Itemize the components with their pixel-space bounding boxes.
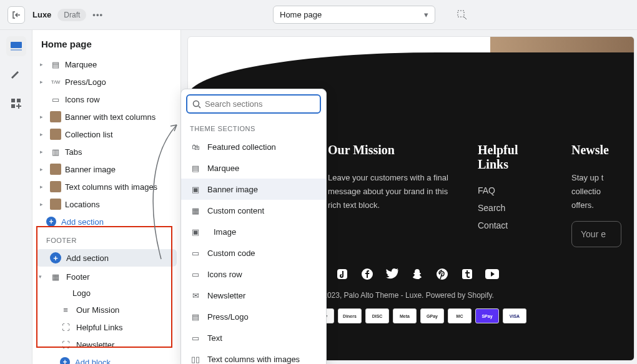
plus-icon: + xyxy=(46,217,56,227)
email-input[interactable]: Your e xyxy=(571,221,621,247)
footer-block-item[interactable]: Logo xyxy=(32,285,180,301)
image-icon: ▣ xyxy=(190,226,201,237)
tiktok-icon[interactable] xyxy=(334,266,350,282)
sections-icon xyxy=(11,42,22,51)
tree-item[interactable]: ▸Banner with text columns xyxy=(32,108,180,125)
payment-badge: Diners xyxy=(338,308,362,323)
svg-rect-2 xyxy=(11,49,22,51)
custom-icon: ▦ xyxy=(190,205,201,216)
tree-item[interactable]: ▸Banner image xyxy=(32,160,180,178)
footer-section-item[interactable]: ▾ ▦ Footer xyxy=(32,268,180,285)
icons-row-icon: ▭ xyxy=(50,94,61,105)
footer-block-item[interactable]: ⛶Helpful Links xyxy=(32,318,180,336)
payment-badge: SPay xyxy=(475,308,499,323)
marquee-icon: ▤ xyxy=(50,59,61,70)
icons-row-icon: ▭ xyxy=(190,268,201,280)
payment-badge: VISA xyxy=(503,308,526,323)
page-selector[interactable]: Home page ▾ xyxy=(273,6,435,24)
thumb-icon xyxy=(50,111,61,122)
svg-rect-3 xyxy=(11,99,15,102)
youtube-icon[interactable] xyxy=(484,266,500,282)
snapchat-icon[interactable] xyxy=(409,266,425,282)
dropdown-item[interactable]: ▭Text xyxy=(181,327,326,348)
section-picker-dropdown: THEME SECTIONS 🛍Featured collection ▤Mar… xyxy=(180,89,327,364)
dropdown-item[interactable]: ▭Custom code xyxy=(181,242,326,263)
dropdown-item[interactable]: ▣Banner image xyxy=(181,179,326,200)
sidebar-title: Home page xyxy=(32,30,180,56)
rail-apps[interactable] xyxy=(6,94,26,114)
thumb-icon xyxy=(50,164,61,175)
section-tree: ▸▤Marquee ▸T/WPress/Logo ▭Icons row ▸Ban… xyxy=(32,56,180,364)
facebook-icon[interactable] xyxy=(359,266,375,282)
mail-icon: ✉ xyxy=(190,290,201,301)
thumb-icon xyxy=(50,181,61,192)
payment-badge: GPay xyxy=(420,308,444,323)
rail-sections[interactable] xyxy=(6,36,26,56)
twitter-icon[interactable] xyxy=(384,266,400,282)
footer-heading: Newsle xyxy=(571,143,621,157)
image-icon: ▣ xyxy=(190,184,201,195)
dropdown-group-heading: THEME SECTIONS xyxy=(181,119,326,136)
press-icon: ▤ xyxy=(190,311,201,322)
thumb-icon xyxy=(50,199,61,210)
add-block-button[interactable]: + Add block xyxy=(32,353,180,364)
status-badge[interactable]: Draft xyxy=(57,9,86,21)
dropdown-item[interactable]: 🛍Featured collection xyxy=(181,136,326,157)
svg-point-14 xyxy=(194,101,199,106)
footer-link[interactable]: Contact xyxy=(478,220,546,230)
footer-text: Leave your customers with a final messag… xyxy=(328,171,453,212)
tabs-icon: ▥ xyxy=(50,146,61,157)
footer-heading: Our Mission xyxy=(328,143,453,157)
payment-badge: DISC xyxy=(365,308,389,323)
more-menu[interactable]: ••• xyxy=(92,10,103,19)
dropdown-item[interactable]: ▦Custom content xyxy=(181,200,326,221)
tree-item[interactable]: ▭Icons row xyxy=(32,91,180,108)
payment-badge: Meta xyxy=(393,308,417,323)
text-icon: ≡ xyxy=(60,304,71,315)
add-section-button[interactable]: + Add section xyxy=(32,213,180,230)
tree-item[interactable]: ▸Locations xyxy=(32,195,180,213)
pinterest-icon[interactable] xyxy=(434,266,450,282)
marquee-icon: ▤ xyxy=(190,162,201,174)
dropdown-item[interactable]: ▣Image xyxy=(181,221,326,242)
tree-item[interactable]: ▸Collection list xyxy=(32,125,180,143)
dropdown-item[interactable]: ✉Newsletter xyxy=(181,285,326,306)
chevron-down-icon: ▾ xyxy=(424,10,428,19)
search-input-wrapper[interactable] xyxy=(186,94,321,114)
dropdown-item[interactable]: ▤Press/Logo xyxy=(181,306,326,327)
brand-label: Luxe xyxy=(32,10,51,19)
inspector-tool[interactable] xyxy=(453,6,471,24)
plus-icon: + xyxy=(50,252,61,263)
footer-text: Stay up t collectio offers. xyxy=(571,171,621,212)
footer-link[interactable]: Search xyxy=(478,203,546,213)
dropdown-item[interactable]: ▭Icons row xyxy=(181,263,326,285)
tree-item[interactable]: ▸T/WPress/Logo xyxy=(32,73,180,91)
topbar: Luxe Draft ••• Home page ▾ xyxy=(0,0,637,30)
svg-rect-1 xyxy=(11,42,22,48)
footer-block-item[interactable]: ⛶Newsletter xyxy=(32,336,180,353)
link-icon: ⛶ xyxy=(60,322,71,333)
footer-col-links: Helpful Links FAQ Search Contact xyxy=(478,143,546,247)
left-rail xyxy=(0,30,32,364)
payment-badge: MC xyxy=(448,308,472,323)
footer-link[interactable]: FAQ xyxy=(478,185,546,195)
columns-icon: ▯▯ xyxy=(190,353,201,364)
footer-icon: ▦ xyxy=(50,271,61,282)
page-selector-label: Home page xyxy=(280,10,322,19)
dropdown-item[interactable]: ▯▯Text columns with images xyxy=(181,348,326,364)
search-input[interactable] xyxy=(205,99,315,109)
footer-col-newsletter: Newsle Stay up t collectio offers. Your … xyxy=(571,143,621,247)
footer-add-section[interactable]: + Add section xyxy=(36,249,177,267)
exit-button[interactable] xyxy=(7,6,25,24)
svg-rect-5 xyxy=(11,104,15,108)
tree-item[interactable]: ▸▥Tabs xyxy=(32,143,180,160)
footer-group-heading: FOOTER xyxy=(32,230,180,248)
tree-item[interactable]: ▸Text columns with images xyxy=(32,178,180,195)
rail-brush[interactable] xyxy=(6,65,26,85)
footer-block-item[interactable]: ≡Our Mission xyxy=(32,301,180,318)
tree-item[interactable]: ▸▤Marquee xyxy=(32,56,180,73)
dropdown-item[interactable]: ▤Marquee xyxy=(181,157,326,179)
exit-icon xyxy=(11,10,21,20)
search-icon xyxy=(192,100,201,109)
tumblr-icon[interactable] xyxy=(459,266,475,282)
